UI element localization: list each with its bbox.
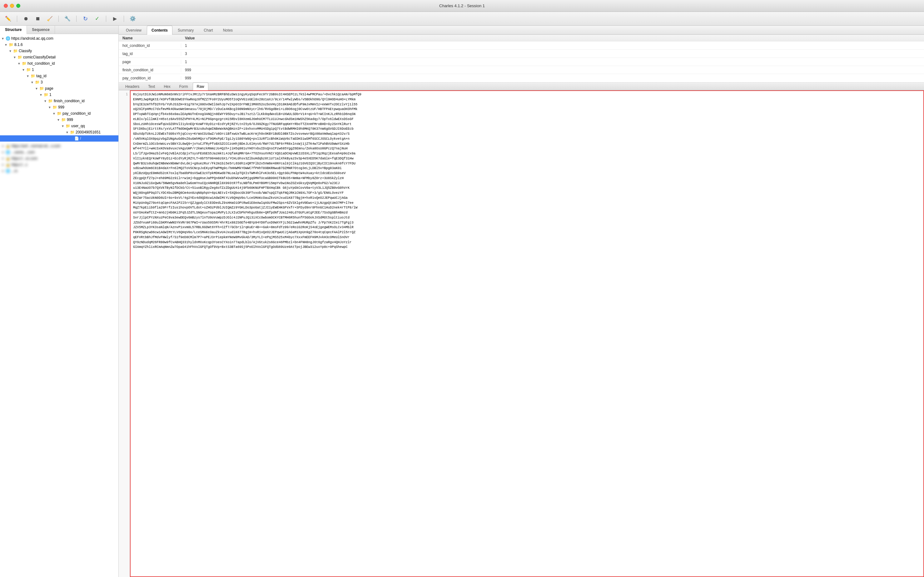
tree-arrow <box>35 87 39 90</box>
tree-item-classify[interactable]: 📁 Classify <box>0 48 118 54</box>
raw-content-area[interactable]: RsjoytDi9JWioNMuN6mSnNVzriFFtvJMt2y7rSXa… <box>130 90 924 577</box>
left-panel: Structure Sequence 🌐 https://android.ac.… <box>0 26 119 577</box>
stop-icon[interactable]: ⏹ <box>34 15 42 23</box>
tree-item-pay-condition-id[interactable]: 📁 pay_condition_id <box>0 110 118 117</box>
tab-summary[interactable]: Summary <box>173 26 198 35</box>
tree-arrow <box>39 93 44 97</box>
tree-item-hot-condition-id[interactable]: 📁 hot_condition_id <box>0 60 118 66</box>
globe-icon: 🌐 <box>6 150 10 155</box>
tree-arrow <box>31 81 35 84</box>
tab-text[interactable]: Text <box>144 82 159 90</box>
tree-item-8.1.6[interactable]: 📁 8.1.6 <box>0 42 118 48</box>
tree-item-finish-condition-id[interactable]: 📁 finish_condition_id <box>0 98 118 104</box>
folder-icon: 📁 <box>61 118 66 122</box>
tree-arrow <box>9 49 13 53</box>
tree-arrow <box>48 106 53 109</box>
separator <box>76 16 77 22</box>
tree-arrow <box>22 68 26 72</box>
right-top-tabs: Overview Contents Summary Chart Notes <box>119 26 924 35</box>
line-numbers: 1 <box>119 90 130 577</box>
tab-headers[interactable]: Headers <box>121 82 143 90</box>
row-value: 3 <box>181 52 191 56</box>
right-panel: Overview Contents Summary Chart Notes Na… <box>119 26 924 577</box>
tree-item-999b[interactable]: 📁 999 <box>0 117 118 123</box>
tree-item-blurred-3[interactable]: 🔒 https://...xc.com <box>0 155 118 161</box>
titlebar: Charles 4.1.2 - Session 1 <box>0 0 924 12</box>
filter-icon[interactable]: 🔧 <box>63 15 72 23</box>
tab-contents[interactable]: Contents <box>147 26 172 35</box>
minimize-button[interactable] <box>10 4 14 8</box>
tree-arrow <box>57 118 61 122</box>
tree-arrow <box>53 112 57 115</box>
table-row: finish_condition_id 999 <box>119 66 924 74</box>
file-icon: 📄 <box>74 136 79 141</box>
left-tabs: Structure Sequence <box>0 26 118 34</box>
tree-arrow <box>1 144 6 148</box>
row-value: 1 <box>181 60 191 64</box>
table-row: tag_id 3 <box>119 50 924 58</box>
folder-icon: 📁 <box>44 92 48 97</box>
tab-structure[interactable]: Structure <box>0 26 27 34</box>
tree-item-userid[interactable]: 📁 200049051651 <box>0 129 118 135</box>
globe-icon: 🌐 <box>6 169 10 173</box>
window-controls[interactable] <box>4 4 20 8</box>
tab-notes[interactable]: Notes <box>219 26 238 35</box>
row-name: hot_condition_id <box>119 44 181 48</box>
tree-item-root[interactable]: 🌐 https://android.ac.qq.com <box>0 35 118 42</box>
tree-arrow <box>1 169 6 173</box>
inner-tabs: Headers Text Hex Form Raw <box>119 82 924 90</box>
col-name-header: Name <box>119 36 181 40</box>
tree-item-999a[interactable]: 📁 999 <box>0 104 118 110</box>
tree-item-blurred-5[interactable]: 🌐 ...m <box>0 168 118 174</box>
tree-item-user-qq[interactable]: 📁 user_qq <box>0 123 118 129</box>
folder-icon: 📁 <box>13 49 18 53</box>
tree-item-3[interactable]: 📁 3 <box>0 79 118 85</box>
row-value: 1 <box>181 44 191 48</box>
tree-item-blurred-4[interactable]: 🔒 https://...c <box>0 161 118 168</box>
tree: 🌐 https://android.ac.qq.com 📁 8.1.6 📁 Cl… <box>0 34 118 175</box>
row-name: finish_condition_id <box>119 68 181 72</box>
overview-table: Name Value hot_condition_id 1 tag_id 3 p… <box>119 35 924 82</box>
tab-chart[interactable]: Chart <box>199 26 217 35</box>
folder-icon: 📁 <box>66 124 70 128</box>
arrow-right-icon[interactable]: ▶ <box>111 15 119 23</box>
contents-area: Name Value hot_condition_id 1 tag_id 3 p… <box>119 35 924 577</box>
tree-arrow <box>1 151 6 154</box>
tree-item-1a[interactable]: 📁 1 <box>0 66 118 73</box>
tree-item-blurred-1[interactable]: 🔒 https://anf...normal-rel...v.com <box>0 143 118 149</box>
tab-form[interactable]: Form <box>175 82 192 90</box>
row-name: page <box>119 60 181 64</box>
tree-arrow <box>61 124 66 128</box>
broom-icon[interactable]: 🧹 <box>45 15 54 23</box>
table-row: page 1 <box>119 58 924 66</box>
tree-arrow <box>1 37 6 40</box>
close-button[interactable] <box>4 4 8 8</box>
folder-icon: 📁 <box>31 74 35 78</box>
tree-arrow <box>44 99 48 103</box>
tree-item-page[interactable]: 📁 page <box>0 85 118 92</box>
tree-item-comicclassifydetail[interactable]: 📁 comicClassifyDetail <box>0 54 118 60</box>
settings-icon[interactable]: ⚙️ <box>129 15 137 23</box>
tree-item-tag-id[interactable]: 📁 tag_id <box>0 73 118 79</box>
pen-icon[interactable]: ✏️ <box>4 15 13 23</box>
tab-overview[interactable]: Overview <box>121 26 146 35</box>
tree-item-blurred-2[interactable]: 🌐 ...xame....com <box>0 149 118 155</box>
lock-icon: 🔒 <box>6 156 10 161</box>
folder-icon: 📁 <box>26 68 31 72</box>
checkmark-icon[interactable]: ✓ <box>93 15 101 23</box>
tab-sequence[interactable]: Sequence <box>27 26 55 34</box>
row-name: pay_condition_id <box>119 76 181 81</box>
tree-arrow <box>1 157 6 160</box>
tree-item-slash[interactable]: 📄 / <box>0 135 118 142</box>
tab-hex[interactable]: Hex <box>160 82 174 90</box>
toolbar: ✏️ ⏺ ⏹ 🧹 🔧 ↻ ✓ ▶ ⚙️ <box>0 12 924 26</box>
raw-content-wrapper: 1 RsjoytDi9JWioNMuN6mSnNVzriFFtvJMt2y7rS… <box>119 90 924 577</box>
record-icon[interactable]: ⏺ <box>22 15 30 23</box>
folder-icon: 📁 <box>39 86 44 91</box>
tab-raw[interactable]: Raw <box>193 82 208 90</box>
maximize-button[interactable] <box>16 4 20 8</box>
tree-item-1b[interactable]: 📁 1 <box>0 92 118 98</box>
refresh-icon[interactable]: ↻ <box>81 15 90 23</box>
separator <box>106 16 106 22</box>
table-header: Name Value <box>119 35 924 42</box>
